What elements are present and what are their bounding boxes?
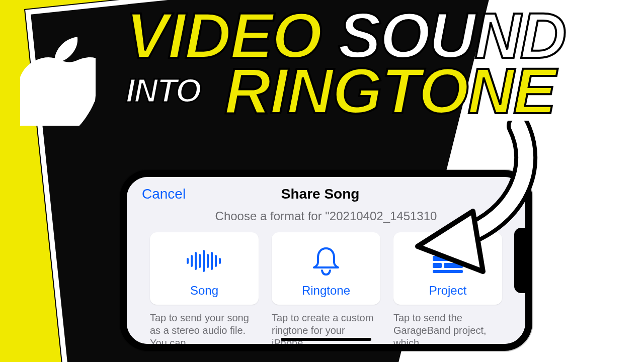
svg-rect-9 (433, 249, 447, 254)
format-card-project[interactable]: Project (393, 232, 502, 305)
format-label: Project (399, 284, 496, 298)
headline: Video Sound into Ringtone (126, 6, 566, 121)
format-card-song[interactable]: Song (150, 232, 259, 305)
format-desc: Tap to send the GarageBand project, whic… (393, 312, 502, 349)
cancel-button[interactable]: Cancel (142, 186, 186, 202)
format-card-ringtone[interactable]: Ringtone (272, 232, 380, 305)
svg-rect-11 (433, 256, 463, 261)
svg-rect-13 (444, 263, 463, 268)
headline-word-into: into (126, 72, 200, 109)
svg-rect-10 (449, 249, 463, 254)
iphone-mockup: Cancel Share Song Choose a format for "2… (120, 170, 532, 351)
format-label: Song (156, 284, 253, 298)
svg-rect-12 (433, 263, 442, 268)
format-desc: Tap to send your song as a stereo audio … (150, 312, 259, 349)
format-card-row: Song Ringtone (139, 232, 513, 305)
nav-title: Share Song (281, 186, 360, 202)
thumbnail-stage: Video Sound into Ringtone Cancel Share S… (0, 0, 644, 362)
navbar: Cancel Share Song (139, 181, 513, 209)
headline-word-ringtone: Ringtone (224, 55, 555, 127)
share-song-screen: Cancel Share Song Choose a format for "2… (127, 177, 525, 344)
bell-icon (278, 244, 374, 278)
apple-logo-icon (20, 35, 96, 128)
svg-rect-14 (433, 270, 463, 273)
waveform-icon (156, 244, 253, 278)
format-label: Ringtone (278, 284, 374, 298)
choose-format-label: Choose a format for "20210402_1451310 (139, 209, 513, 223)
project-icon (399, 244, 496, 278)
home-indicator[interactable] (281, 338, 371, 341)
format-desc-row: Tap to send your song as a stereo audio … (139, 312, 513, 349)
format-desc: Tap to create a custom ringtone for your… (272, 312, 380, 349)
